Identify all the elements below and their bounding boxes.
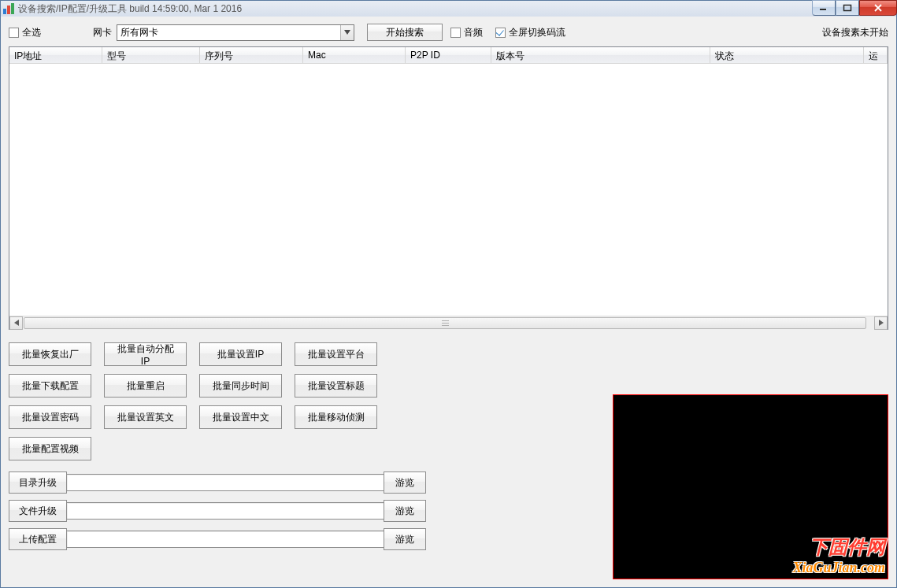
bulk-factory-reset-button[interactable]: 批量恢复出厂 (9, 342, 91, 366)
svg-rect-4 (844, 6, 851, 11)
maximize-button[interactable] (836, 0, 859, 16)
toolbar: 全选 网卡 所有网卡 开始搜索 音频 全屏切换码流 设备搜素未开始 (9, 23, 888, 42)
nic-combobox[interactable]: 所有网卡 (117, 24, 354, 41)
content-area: 全选 网卡 所有网卡 开始搜索 音频 全屏切换码流 设备搜素未开始 IP地址型号… (1, 17, 896, 587)
upload-config-input[interactable] (67, 531, 384, 548)
column-header[interactable]: Mac (303, 47, 406, 63)
scroll-left-button[interactable] (9, 316, 23, 330)
svg-rect-3 (820, 9, 826, 10)
bulk-config-video-button[interactable]: 批量配置视频 (9, 437, 91, 460)
scroll-track[interactable] (23, 316, 874, 330)
svg-rect-0 (3, 9, 6, 14)
select-all-label: 全选 (22, 26, 41, 39)
upload-config-button[interactable]: 上传配置 (9, 528, 67, 550)
app-window: 设备搜索/IP配置/升级工具 build 14:59:00, Mar 1 201… (0, 0, 897, 588)
bulk-set-ip-button[interactable]: 批量设置IP (199, 342, 282, 366)
scroll-thumb[interactable] (24, 317, 866, 329)
audio-label: 音频 (464, 26, 483, 39)
bulk-sync-time-button[interactable]: 批量同步时间 (199, 374, 282, 398)
window-controls (812, 0, 897, 16)
nic-value: 所有网卡 (120, 26, 340, 39)
video-preview (613, 394, 888, 579)
column-header[interactable]: IP地址 (9, 47, 102, 63)
file-upgrade-button[interactable]: 文件升级 (9, 500, 67, 522)
bulk-auto-ip-button[interactable]: 批量自动分配IP (104, 342, 187, 366)
bulk-button-grid: 批量恢复出厂 批量自动分配IP 批量设置IP 批量设置平台 批量下载配置 批量重… (9, 342, 426, 460)
titlebar-text: 设备搜索/IP配置/升级工具 build 14:59:00, Mar 1 201… (18, 2, 895, 16)
column-header[interactable]: 运 (864, 47, 888, 63)
upgrade-panel: 目录升级 游览 文件升级 游览 上传配置 游览 (9, 472, 426, 550)
bulk-motion-detect-button[interactable]: 批量移动侦测 (295, 405, 377, 429)
bulk-actions-panel: 批量恢复出厂 批量自动分配IP 批量设置IP 批量设置平台 批量下载配置 批量重… (9, 342, 426, 557)
bulk-download-config-button[interactable]: 批量下载配置 (9, 374, 91, 398)
dir-browse-button[interactable]: 游览 (384, 472, 426, 494)
status-text: 设备搜素未开始 (822, 26, 888, 39)
column-header[interactable]: P2P ID (406, 47, 491, 63)
svg-rect-2 (11, 3, 14, 14)
file-upgrade-input[interactable] (67, 502, 384, 520)
bulk-set-chinese-button[interactable]: 批量设置中文 (199, 405, 282, 429)
bulk-set-english-button[interactable]: 批量设置英文 (104, 405, 187, 429)
column-header[interactable]: 状态 (710, 47, 864, 63)
bulk-set-platform-button[interactable]: 批量设置平台 (295, 342, 377, 366)
app-icon (2, 2, 15, 15)
horizontal-scrollbar[interactable] (9, 316, 888, 329)
upload-browse-button[interactable]: 游览 (384, 528, 426, 550)
titlebar: 设备搜索/IP配置/升级工具 build 14:59:00, Mar 1 201… (1, 1, 896, 17)
nic-label: 网卡 (93, 26, 112, 39)
select-all-checkbox[interactable] (9, 28, 19, 38)
dir-upgrade-input[interactable] (67, 474, 384, 491)
file-browse-button[interactable]: 游览 (384, 500, 426, 522)
column-header[interactable]: 序列号 (200, 47, 303, 63)
bulk-reboot-button[interactable]: 批量重启 (104, 374, 187, 398)
bulk-set-title-button[interactable]: 批量设置标题 (295, 374, 377, 398)
column-header[interactable]: 版本号 (491, 47, 710, 63)
fullstream-checkbox[interactable] (495, 28, 506, 38)
close-button[interactable] (859, 0, 897, 16)
device-table: IP地址型号序列号MacP2P ID版本号状态运 (9, 46, 888, 330)
minimize-button[interactable] (812, 0, 836, 16)
dir-upgrade-button[interactable]: 目录升级 (9, 472, 67, 494)
fullstream-label: 全屏切换码流 (509, 26, 565, 39)
bulk-set-password-button[interactable]: 批量设置密码 (9, 405, 91, 429)
svg-rect-1 (7, 6, 10, 14)
table-body[interactable] (9, 64, 888, 316)
audio-checkbox[interactable] (450, 28, 461, 38)
table-header: IP地址型号序列号MacP2P ID版本号状态运 (9, 47, 888, 64)
column-header[interactable]: 型号 (102, 47, 200, 63)
scroll-right-button[interactable] (874, 316, 888, 330)
chevron-down-icon (340, 25, 354, 40)
search-button[interactable]: 开始搜索 (367, 24, 443, 41)
